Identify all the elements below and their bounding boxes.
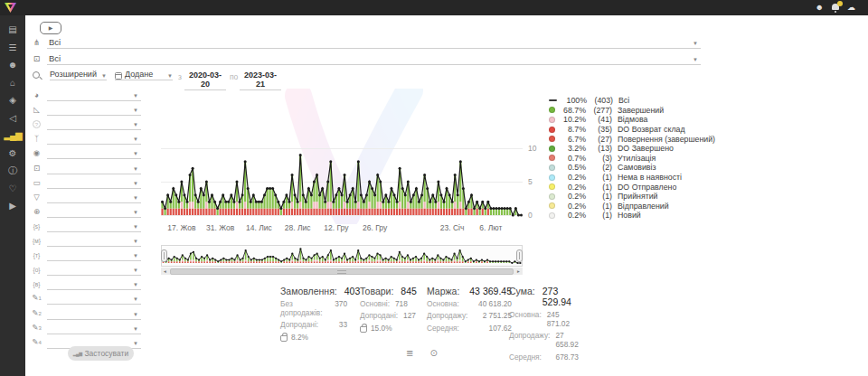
- dropdown-caret-icon[interactable]: ▼: [133, 93, 138, 99]
- sidebar-item-settings-icon[interactable]: ⚙: [0, 145, 25, 163]
- dropdown-caret-icon[interactable]: ▼: [133, 122, 138, 127]
- globe-icon: ⊕: [31, 206, 42, 218]
- dropdown-caret-icon[interactable]: ▼: [133, 195, 138, 201]
- legend-item[interactable]: 0.2%(1)Відправлений: [549, 202, 715, 212]
- var-s-icon: {s}: [31, 221, 42, 232]
- sidebar-item-orders-list-icon[interactable]: ☰: [0, 39, 25, 57]
- dropdown-caret-icon[interactable]: ▼: [133, 326, 138, 332]
- level-filter-input[interactable]: ▼: [47, 104, 141, 116]
- stat-sub-row: Без допродажів:370: [280, 299, 347, 317]
- sidebar-item-analytics-icon[interactable]: ▂▄▆: [0, 127, 25, 145]
- legend-percent: 0.2%: [555, 173, 586, 182]
- dropdown-caret-icon[interactable]: ▼: [133, 239, 138, 244]
- var-v-icon: {в}: [31, 278, 42, 290]
- sidebar-item-clients-icon[interactable]: ☻: [0, 56, 25, 74]
- var-m-filter-input[interactable]: ▼: [47, 235, 141, 247]
- sidebar-item-video-guide-icon[interactable]: ▶: [0, 197, 25, 215]
- dropdown-caret-icon[interactable]: ▼: [133, 341, 138, 346]
- dropdown-caret-icon[interactable]: ▼: [693, 41, 698, 46]
- var-t-filter-input[interactable]: ▼: [47, 249, 141, 261]
- legend-item[interactable]: 0.2%(1)Новий: [549, 211, 715, 221]
- legend-label: Всі: [618, 96, 629, 105]
- package-filter-input[interactable]: ▼: [47, 163, 141, 174]
- scrollbar-thumb[interactable]: [170, 268, 514, 275]
- globe-filter-input[interactable]: ▼: [47, 206, 141, 218]
- profile-icon[interactable]: ☻: [816, 4, 824, 12]
- dropdown-caret-icon[interactable]: ▼: [133, 210, 138, 215]
- legend-dot-marker: [549, 155, 555, 161]
- scroll-right-icon[interactable]: ▸: [514, 268, 523, 275]
- planet-filter-input[interactable]: ▼: [47, 89, 141, 101]
- legend-item[interactable]: 0.5%(2)Самовивіз: [549, 163, 715, 173]
- sidebar-item-support-icon[interactable]: ♡: [0, 180, 25, 198]
- main-chart[interactable]: [161, 95, 523, 217]
- upsell-share-value: 8.2%: [291, 333, 308, 342]
- fingerprint-filter-input[interactable]: ▼: [47, 147, 141, 159]
- stat-sub-label: Основна:: [427, 299, 459, 308]
- products-view-icon[interactable]: ⊙: [429, 348, 437, 358]
- dropdown-caret-icon[interactable]: ▼: [133, 136, 138, 142]
- banknote-filter-input[interactable]: ▼: [47, 177, 141, 189]
- pencil-1-filter-input[interactable]: ▼: [47, 293, 141, 305]
- date-from-input[interactable]: 2020-03-20: [184, 70, 226, 90]
- legend-item[interactable]: 3.2%(13)DO Завершено: [549, 144, 715, 154]
- sidebar-item-dashboard-icon[interactable]: ▤: [0, 21, 25, 39]
- pencil-2-filter-input[interactable]: ▼: [47, 308, 141, 320]
- account-cloud-icon[interactable]: ☁: [847, 4, 855, 12]
- legend-item[interactable]: 0.7%(3)Утилізація: [549, 154, 715, 164]
- legend-count: (13): [586, 144, 612, 153]
- help-filter-input[interactable]: ▼: [47, 118, 141, 130]
- dropdown-caret-icon[interactable]: ▼: [133, 296, 138, 302]
- navigator-right-handle[interactable]: [516, 249, 523, 262]
- apply-button[interactable]: ▂▄▆ Застосувати: [68, 346, 134, 361]
- legend-item[interactable]: 100%(403)Всі: [549, 96, 715, 106]
- category-filter-input[interactable]: Всі ▼: [47, 37, 701, 49]
- legend-item[interactable]: 0.2%(1)Прийнятий: [549, 192, 715, 202]
- orders-view-icon[interactable]: ≣: [406, 348, 413, 358]
- legend-count: (3): [586, 154, 612, 163]
- product-filter-input[interactable]: Всі ▼: [47, 53, 701, 65]
- dropdown-caret-icon[interactable]: ▼: [133, 312, 138, 317]
- legend-percent: 100%: [556, 96, 587, 105]
- search-mode-select[interactable]: Розширений ▼: [50, 70, 107, 80]
- sidebar-item-info-icon[interactable]: ⓘ: [0, 162, 25, 180]
- chart-navigator[interactable]: [161, 245, 523, 267]
- sidebar-item-store-icon[interactable]: ⌂: [0, 74, 25, 92]
- legend-item[interactable]: 0.2%(1)DO Отправлено: [549, 182, 715, 192]
- date-field-select[interactable]: Додане ▼: [115, 70, 173, 80]
- filter-row-planet: ◕▼: [31, 88, 141, 101]
- dropdown-caret-icon[interactable]: ▼: [133, 268, 138, 273]
- video-help-button[interactable]: ▶: [40, 22, 61, 34]
- dropdown-caret-icon[interactable]: ▼: [133, 151, 138, 156]
- sidebar-item-tags-icon[interactable]: ◈: [0, 91, 25, 109]
- legend-item[interactable]: 0.2%(1)Нема в наявності: [549, 173, 715, 183]
- stat-sub-row: Допродажу:2 751.25: [427, 311, 512, 320]
- dropdown-caret-icon[interactable]: ▼: [133, 253, 138, 258]
- date-to-input[interactable]: 2023-03-21: [240, 70, 281, 90]
- dropdown-caret-icon[interactable]: ▼: [133, 282, 138, 287]
- dropdown-caret-icon[interactable]: ▼: [133, 166, 138, 172]
- legend-item[interactable]: 68.7%(277)Завершений: [549, 106, 715, 116]
- notifications-bell-icon[interactable]: [832, 4, 839, 12]
- app-logo[interactable]: [4, 2, 17, 14]
- navigator-left-handle[interactable]: [161, 249, 167, 262]
- dropdown-caret-icon[interactable]: ▼: [133, 108, 138, 113]
- notification-badge: [837, 1, 843, 6]
- chart-scrollbar[interactable]: ◂ ▸: [161, 268, 523, 275]
- dropdown-caret-icon[interactable]: ▼: [133, 181, 138, 186]
- pencil-3-filter-input[interactable]: ▼: [47, 323, 141, 334]
- dropdown-caret-icon[interactable]: ▼: [133, 224, 138, 230]
- sidebar-item-announcements-icon[interactable]: ◁: [0, 109, 25, 127]
- funnel-filter-input[interactable]: ▼: [47, 192, 141, 203]
- var-s-filter-input[interactable]: ▼: [47, 221, 141, 232]
- var-o-filter-input[interactable]: ▼: [47, 264, 141, 276]
- network-filter-input[interactable]: ▼: [47, 133, 141, 145]
- dropdown-caret-icon[interactable]: ▼: [693, 57, 698, 62]
- legend-item[interactable]: 10.2%(41)Відмова: [549, 115, 715, 125]
- var-v-filter-input[interactable]: ▼: [47, 278, 141, 290]
- stat-sub-value: 718: [395, 299, 408, 308]
- legend-item[interactable]: 8.7%(35)DO Возврат склад: [549, 125, 715, 135]
- legend-item[interactable]: 6.7%(27)Повернення (завершений): [549, 134, 715, 144]
- scroll-left-icon[interactable]: ◂: [161, 268, 169, 275]
- stat-title-label: Сума:: [509, 286, 535, 307]
